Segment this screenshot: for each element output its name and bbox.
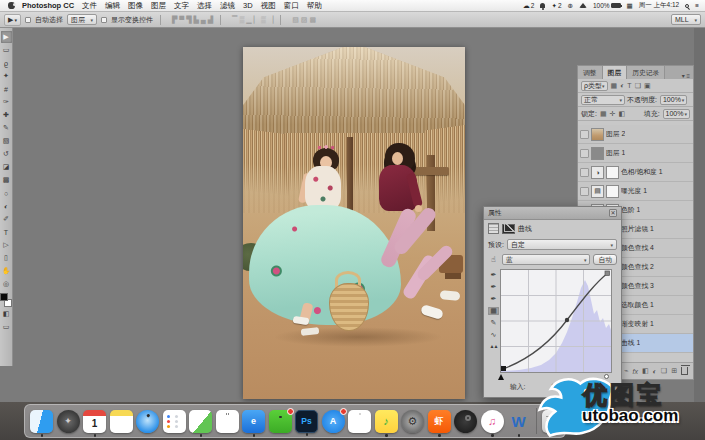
- dock-itunes[interactable]: ♫: [481, 410, 504, 433]
- properties-titlebar[interactable]: 属性: [484, 207, 621, 220]
- quick-selection-tool[interactable]: ✦: [1, 70, 12, 82]
- auto-select-target-dropdown[interactable]: 图层▾: [67, 14, 97, 25]
- distribute-buttons[interactable]: ▔ ▒ ▁ ▏ ▒ ▕: [232, 16, 273, 24]
- dock-wechat[interactable]: [269, 410, 292, 433]
- shape-tool[interactable]: ▯: [1, 252, 12, 264]
- close-icon[interactable]: [609, 209, 617, 217]
- curve-plot[interactable]: [500, 269, 612, 373]
- filter-shape-icon[interactable]: ❏: [635, 82, 641, 90]
- workspace-switcher[interactable]: MLL▾: [671, 14, 701, 25]
- marquee-tool[interactable]: ▭: [1, 44, 12, 56]
- dock-app-store[interactable]: A: [322, 410, 345, 433]
- layer-row[interactable]: 图层 2: [578, 125, 693, 144]
- lock-transparent-icon[interactable]: ▦: [600, 110, 607, 118]
- auto-button[interactable]: 自动: [593, 254, 617, 265]
- dock-reminders[interactable]: [163, 410, 186, 433]
- channel-dropdown[interactable]: 蓝▾: [502, 254, 590, 265]
- panel-menu-icon[interactable]: ▾ ≡: [682, 72, 693, 79]
- preset-dropdown[interactable]: 自定▾: [507, 239, 617, 250]
- dock-browser[interactable]: e: [242, 410, 265, 433]
- crop-tool[interactable]: #: [1, 83, 12, 95]
- adjustment-icon[interactable]: ◑: [591, 166, 604, 179]
- menu-item-file[interactable]: 文件: [82, 1, 97, 11]
- new-group-icon[interactable]: ❏: [661, 367, 667, 375]
- clipping-preview-icon[interactable]: ▲▲: [490, 343, 498, 349]
- visibility-toggle[interactable]: [580, 187, 589, 196]
- filter-smart-icon[interactable]: ▣: [644, 82, 651, 90]
- app-menu[interactable]: Photoshop CC: [22, 1, 74, 10]
- visibility-toggle[interactable]: [580, 168, 589, 177]
- dock-photos[interactable]: [216, 410, 239, 433]
- filter-type-icon[interactable]: T: [627, 82, 631, 89]
- notification-center-icon[interactable]: ≡: [695, 2, 699, 9]
- tab-adjustments[interactable]: 调整: [578, 66, 603, 79]
- clone-stamp-tool[interactable]: ▧: [1, 135, 12, 147]
- menu-item-filter[interactable]: 滤镜: [220, 1, 235, 11]
- foreground-color[interactable]: [0, 293, 8, 301]
- align-buttons[interactable]: ▛ ▀ ▜ ▙ ▄ ▟: [172, 16, 213, 24]
- screen-mode-button[interactable]: ▭: [1, 321, 12, 333]
- eraser-tool[interactable]: ◪: [1, 161, 12, 173]
- visibility-toggle[interactable]: [580, 130, 589, 139]
- input-source-icon[interactable]: ▦: [627, 2, 633, 10]
- dock-qq-music[interactable]: ♪: [375, 410, 398, 433]
- menu-item-select[interactable]: 选择: [197, 1, 212, 11]
- new-adjustment-icon[interactable]: ◐: [653, 368, 657, 375]
- move-tool[interactable]: ▶: [1, 31, 12, 43]
- black-eyedropper-icon[interactable]: ✒: [491, 271, 497, 279]
- visibility-toggle[interactable]: [580, 149, 589, 158]
- delete-layer-icon[interactable]: [681, 367, 688, 375]
- layer-thumbnail[interactable]: [591, 128, 604, 141]
- menu-item-view[interactable]: 视图: [261, 1, 276, 11]
- edit-points-icon[interactable]: ▦: [488, 307, 499, 315]
- layer-style-icon[interactable]: fx: [633, 368, 638, 375]
- bell-icon[interactable]: [540, 3, 545, 8]
- apple-menu-icon[interactable]: [8, 2, 15, 9]
- menu-item-window[interactable]: 窗口: [284, 1, 299, 11]
- battery-status[interactable]: 100%: [593, 2, 621, 9]
- dodge-tool[interactable]: ◐: [1, 200, 12, 212]
- dock-safari[interactable]: [136, 410, 159, 433]
- tool-preset-picker[interactable]: ▶▾: [4, 14, 21, 26]
- menu-item-layer[interactable]: 图层: [151, 1, 166, 11]
- smooth-curve-icon[interactable]: ∿: [491, 331, 497, 339]
- dock-camera[interactable]: [454, 410, 477, 433]
- menu-item-type[interactable]: 文字: [174, 1, 189, 11]
- dock-system-preferences[interactable]: ⚙: [401, 410, 424, 433]
- filter-kind-dropdown[interactable]: ρ类型▾: [581, 81, 608, 91]
- layer-mask-thumbnail[interactable]: [606, 185, 619, 198]
- draw-curve-icon[interactable]: ✎: [491, 319, 497, 327]
- dock-xiami-music[interactable]: 虾: [428, 410, 451, 433]
- show-transform-checkbox[interactable]: [101, 17, 107, 23]
- tab-layers[interactable]: 图层: [603, 66, 628, 79]
- dock-preview[interactable]: [189, 410, 212, 433]
- path-selection-tool[interactable]: ▷: [1, 239, 12, 251]
- layer-row[interactable]: 图层 1: [578, 144, 693, 163]
- history-brush-tool[interactable]: ↺: [1, 148, 12, 160]
- dock-photoshop[interactable]: Ps: [295, 410, 318, 433]
- blur-tool[interactable]: ○: [1, 187, 12, 199]
- clock[interactable]: 周一 上午4:12: [639, 1, 679, 10]
- cloud-sync-icon[interactable]: ☁2: [523, 2, 535, 10]
- spotlight-icon[interactable]: [685, 4, 689, 8]
- layer-thumbnail[interactable]: [591, 147, 604, 160]
- dock-finder[interactable]: [30, 410, 53, 433]
- dock-calendar[interactable]: 1: [83, 410, 106, 433]
- white-eyedropper-icon[interactable]: ✒: [491, 295, 497, 303]
- dock-launchpad[interactable]: ✦: [57, 410, 80, 433]
- 3d-mode-buttons[interactable]: ▧ ▨ ▩: [292, 16, 316, 24]
- link-layers-icon[interactable]: ⌁: [624, 367, 628, 375]
- type-tool[interactable]: T: [1, 226, 12, 238]
- notifications-count-icon[interactable]: ✦2: [551, 2, 561, 10]
- lasso-tool[interactable]: ϱ: [1, 57, 12, 69]
- quick-mask-button[interactable]: ◧: [1, 308, 12, 320]
- brush-tool[interactable]: ✎: [1, 122, 12, 134]
- opacity-value[interactable]: 100%▾: [660, 95, 687, 105]
- hand-tool[interactable]: ✋: [1, 265, 12, 277]
- tab-history[interactable]: 历史记录: [627, 66, 665, 79]
- gray-eyedropper-icon[interactable]: ✒: [491, 283, 497, 291]
- healing-brush-tool[interactable]: ✚: [1, 109, 12, 121]
- menu-item-3d[interactable]: 3D: [243, 1, 253, 10]
- lock-all-icon[interactable]: ◧: [618, 110, 625, 118]
- layer-row[interactable]: ◑色相/饱和度 1: [578, 163, 693, 182]
